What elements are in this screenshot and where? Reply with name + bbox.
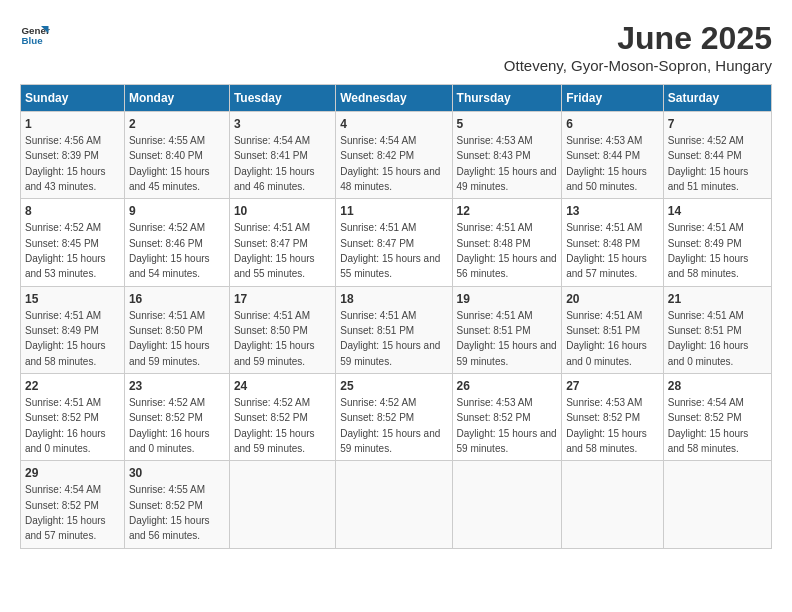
calendar-cell: 7Sunrise: 4:52 AMSunset: 8:44 PMDaylight… (663, 112, 771, 199)
day-number: 18 (340, 291, 447, 308)
calendar-cell: 26Sunrise: 4:53 AMSunset: 8:52 PMDayligh… (452, 374, 562, 461)
cell-info: Sunrise: 4:52 AMSunset: 8:46 PMDaylight:… (129, 222, 210, 279)
day-number: 13 (566, 203, 659, 220)
col-header-friday: Friday (562, 85, 664, 112)
calendar-cell: 6Sunrise: 4:53 AMSunset: 8:44 PMDaylight… (562, 112, 664, 199)
week-row-4: 22Sunrise: 4:51 AMSunset: 8:52 PMDayligh… (21, 374, 772, 461)
day-number: 14 (668, 203, 767, 220)
cell-info: Sunrise: 4:51 AMSunset: 8:48 PMDaylight:… (457, 222, 557, 279)
logo: General Blue (20, 20, 50, 50)
day-number: 3 (234, 116, 331, 133)
day-number: 28 (668, 378, 767, 395)
day-number: 11 (340, 203, 447, 220)
cell-info: Sunrise: 4:51 AMSunset: 8:49 PMDaylight:… (25, 310, 106, 367)
calendar-cell: 11Sunrise: 4:51 AMSunset: 8:47 PMDayligh… (336, 199, 452, 286)
cell-info: Sunrise: 4:51 AMSunset: 8:50 PMDaylight:… (234, 310, 315, 367)
calendar-cell: 15Sunrise: 4:51 AMSunset: 8:49 PMDayligh… (21, 286, 125, 373)
cell-info: Sunrise: 4:51 AMSunset: 8:47 PMDaylight:… (234, 222, 315, 279)
svg-text:Blue: Blue (22, 35, 44, 46)
cell-info: Sunrise: 4:54 AMSunset: 8:42 PMDaylight:… (340, 135, 440, 192)
col-header-wednesday: Wednesday (336, 85, 452, 112)
calendar-cell: 12Sunrise: 4:51 AMSunset: 8:48 PMDayligh… (452, 199, 562, 286)
col-header-monday: Monday (124, 85, 229, 112)
cell-info: Sunrise: 4:53 AMSunset: 8:44 PMDaylight:… (566, 135, 647, 192)
day-number: 23 (129, 378, 225, 395)
day-number: 22 (25, 378, 120, 395)
calendar-cell: 25Sunrise: 4:52 AMSunset: 8:52 PMDayligh… (336, 374, 452, 461)
calendar-cell: 3Sunrise: 4:54 AMSunset: 8:41 PMDaylight… (229, 112, 335, 199)
day-number: 16 (129, 291, 225, 308)
calendar-cell: 27Sunrise: 4:53 AMSunset: 8:52 PMDayligh… (562, 374, 664, 461)
title-area: June 2025 Otteveny, Gyor-Moson-Sopron, H… (504, 20, 772, 74)
calendar-cell: 9Sunrise: 4:52 AMSunset: 8:46 PMDaylight… (124, 199, 229, 286)
calendar-cell: 1Sunrise: 4:56 AMSunset: 8:39 PMDaylight… (21, 112, 125, 199)
calendar-cell (229, 461, 335, 548)
day-number: 8 (25, 203, 120, 220)
calendar-cell: 28Sunrise: 4:54 AMSunset: 8:52 PMDayligh… (663, 374, 771, 461)
cell-info: Sunrise: 4:51 AMSunset: 8:51 PMDaylight:… (457, 310, 557, 367)
col-header-thursday: Thursday (452, 85, 562, 112)
week-row-5: 29Sunrise: 4:54 AMSunset: 8:52 PMDayligh… (21, 461, 772, 548)
cell-info: Sunrise: 4:53 AMSunset: 8:43 PMDaylight:… (457, 135, 557, 192)
calendar-cell: 2Sunrise: 4:55 AMSunset: 8:40 PMDaylight… (124, 112, 229, 199)
day-number: 5 (457, 116, 558, 133)
header: General Blue June 2025 Otteveny, Gyor-Mo… (20, 20, 772, 74)
cell-info: Sunrise: 4:52 AMSunset: 8:52 PMDaylight:… (129, 397, 210, 454)
calendar-cell: 16Sunrise: 4:51 AMSunset: 8:50 PMDayligh… (124, 286, 229, 373)
cell-info: Sunrise: 4:51 AMSunset: 8:51 PMDaylight:… (340, 310, 440, 367)
col-header-sunday: Sunday (21, 85, 125, 112)
cell-info: Sunrise: 4:51 AMSunset: 8:49 PMDaylight:… (668, 222, 749, 279)
day-number: 20 (566, 291, 659, 308)
cell-info: Sunrise: 4:52 AMSunset: 8:44 PMDaylight:… (668, 135, 749, 192)
cell-info: Sunrise: 4:55 AMSunset: 8:52 PMDaylight:… (129, 484, 210, 541)
page-subtitle: Otteveny, Gyor-Moson-Sopron, Hungary (504, 57, 772, 74)
cell-info: Sunrise: 4:51 AMSunset: 8:51 PMDaylight:… (566, 310, 647, 367)
day-number: 10 (234, 203, 331, 220)
calendar-cell: 18Sunrise: 4:51 AMSunset: 8:51 PMDayligh… (336, 286, 452, 373)
calendar-cell: 10Sunrise: 4:51 AMSunset: 8:47 PMDayligh… (229, 199, 335, 286)
calendar-cell (663, 461, 771, 548)
calendar-cell (336, 461, 452, 548)
day-number: 4 (340, 116, 447, 133)
calendar-cell: 20Sunrise: 4:51 AMSunset: 8:51 PMDayligh… (562, 286, 664, 373)
cell-info: Sunrise: 4:56 AMSunset: 8:39 PMDaylight:… (25, 135, 106, 192)
day-number: 30 (129, 465, 225, 482)
cell-info: Sunrise: 4:53 AMSunset: 8:52 PMDaylight:… (566, 397, 647, 454)
calendar-cell: 24Sunrise: 4:52 AMSunset: 8:52 PMDayligh… (229, 374, 335, 461)
cell-info: Sunrise: 4:51 AMSunset: 8:51 PMDaylight:… (668, 310, 749, 367)
cell-info: Sunrise: 4:52 AMSunset: 8:52 PMDaylight:… (340, 397, 440, 454)
day-number: 25 (340, 378, 447, 395)
day-number: 17 (234, 291, 331, 308)
cell-info: Sunrise: 4:51 AMSunset: 8:47 PMDaylight:… (340, 222, 440, 279)
calendar-cell: 29Sunrise: 4:54 AMSunset: 8:52 PMDayligh… (21, 461, 125, 548)
calendar-cell (452, 461, 562, 548)
calendar-cell: 30Sunrise: 4:55 AMSunset: 8:52 PMDayligh… (124, 461, 229, 548)
cell-info: Sunrise: 4:51 AMSunset: 8:50 PMDaylight:… (129, 310, 210, 367)
header-row: SundayMondayTuesdayWednesdayThursdayFrid… (21, 85, 772, 112)
cell-info: Sunrise: 4:51 AMSunset: 8:48 PMDaylight:… (566, 222, 647, 279)
cell-info: Sunrise: 4:54 AMSunset: 8:41 PMDaylight:… (234, 135, 315, 192)
week-row-2: 8Sunrise: 4:52 AMSunset: 8:45 PMDaylight… (21, 199, 772, 286)
page-title: June 2025 (504, 20, 772, 57)
cell-info: Sunrise: 4:52 AMSunset: 8:52 PMDaylight:… (234, 397, 315, 454)
calendar-table: SundayMondayTuesdayWednesdayThursdayFrid… (20, 84, 772, 549)
cell-info: Sunrise: 4:54 AMSunset: 8:52 PMDaylight:… (668, 397, 749, 454)
calendar-cell: 23Sunrise: 4:52 AMSunset: 8:52 PMDayligh… (124, 374, 229, 461)
cell-info: Sunrise: 4:51 AMSunset: 8:52 PMDaylight:… (25, 397, 106, 454)
calendar-cell: 21Sunrise: 4:51 AMSunset: 8:51 PMDayligh… (663, 286, 771, 373)
calendar-cell: 8Sunrise: 4:52 AMSunset: 8:45 PMDaylight… (21, 199, 125, 286)
day-number: 9 (129, 203, 225, 220)
day-number: 15 (25, 291, 120, 308)
cell-info: Sunrise: 4:52 AMSunset: 8:45 PMDaylight:… (25, 222, 106, 279)
calendar-cell: 17Sunrise: 4:51 AMSunset: 8:50 PMDayligh… (229, 286, 335, 373)
week-row-3: 15Sunrise: 4:51 AMSunset: 8:49 PMDayligh… (21, 286, 772, 373)
calendar-cell: 19Sunrise: 4:51 AMSunset: 8:51 PMDayligh… (452, 286, 562, 373)
day-number: 27 (566, 378, 659, 395)
day-number: 1 (25, 116, 120, 133)
day-number: 26 (457, 378, 558, 395)
col-header-saturday: Saturday (663, 85, 771, 112)
calendar-cell: 14Sunrise: 4:51 AMSunset: 8:49 PMDayligh… (663, 199, 771, 286)
cell-info: Sunrise: 4:54 AMSunset: 8:52 PMDaylight:… (25, 484, 106, 541)
cell-info: Sunrise: 4:55 AMSunset: 8:40 PMDaylight:… (129, 135, 210, 192)
day-number: 6 (566, 116, 659, 133)
